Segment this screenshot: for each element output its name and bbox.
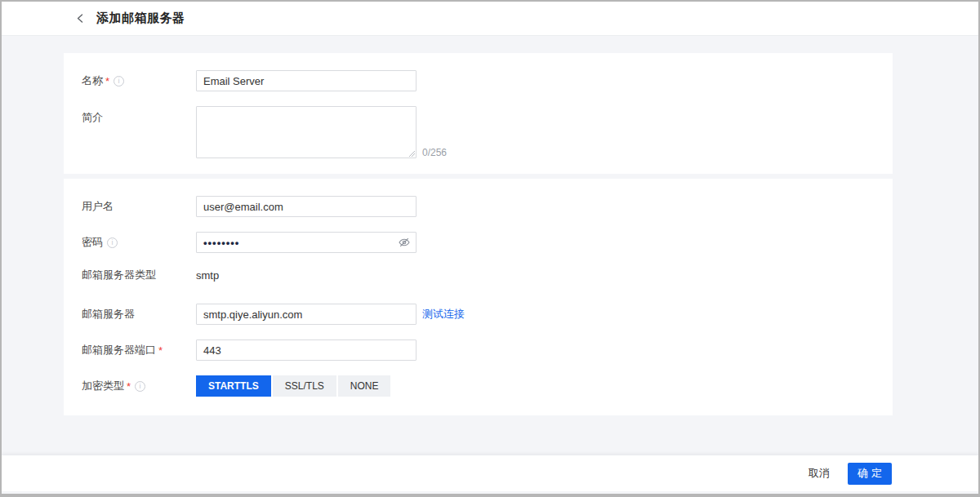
required-mark: * bbox=[105, 75, 109, 87]
encryption-option[interactable]: STARTTLS bbox=[196, 375, 271, 397]
eye-slash-icon bbox=[398, 236, 411, 249]
server-host-field-row: 邮箱服务器 测试连接 bbox=[82, 304, 893, 325]
description-field-row: 简介 0/256 bbox=[82, 106, 893, 158]
password-label: 密码 i bbox=[82, 235, 196, 250]
server-host-label: 邮箱服务器 bbox=[82, 307, 196, 322]
encryption-segmented-control: STARTTLS SSL/TLS NONE bbox=[196, 375, 392, 397]
basic-info-card: 名称 * i 简介 0/256 bbox=[64, 53, 893, 174]
encryption-option[interactable]: NONE bbox=[338, 375, 391, 397]
name-field-row: 名称 * i bbox=[82, 70, 893, 91]
password-input[interactable] bbox=[196, 232, 416, 253]
password-input-wrap bbox=[196, 232, 416, 253]
footer-action-bar: 取消 确定 bbox=[2, 455, 978, 491]
description-textarea[interactable] bbox=[196, 106, 416, 158]
page-header: 添加邮箱服务器 bbox=[2, 2, 978, 36]
confirm-button[interactable]: 确定 bbox=[848, 463, 892, 485]
encryption-option[interactable]: SSL/TLS bbox=[273, 375, 336, 397]
server-port-field-row: 邮箱服务器端口 * bbox=[82, 339, 893, 361]
server-type-label: 邮箱服务器类型 bbox=[82, 268, 196, 282]
info-icon[interactable]: i bbox=[135, 381, 145, 392]
encryption-field-row: 加密类型 * i STARTTLS SSL/TLS NONE bbox=[82, 375, 893, 397]
page-title: 添加邮箱服务器 bbox=[96, 11, 185, 26]
back-button[interactable] bbox=[72, 11, 88, 27]
add-mail-server-page: 添加邮箱服务器 名称 * i 简介 0/256 bbox=[0, 0, 980, 497]
description-textarea-wrap bbox=[196, 106, 416, 158]
server-port-label: 邮箱服务器端口 * bbox=[82, 343, 196, 357]
server-settings-card: 用户名 密码 i 邮箱服务器类型 bbox=[64, 179, 893, 415]
server-type-value: smtp bbox=[196, 269, 219, 282]
description-label: 简介 bbox=[82, 106, 196, 125]
username-label: 用户名 bbox=[82, 199, 196, 214]
name-label: 名称 * i bbox=[82, 73, 196, 88]
server-type-row: 邮箱服务器类型 smtp bbox=[82, 268, 893, 282]
name-input[interactable] bbox=[196, 70, 416, 91]
username-input[interactable] bbox=[196, 196, 416, 217]
server-host-input[interactable] bbox=[196, 304, 416, 325]
info-icon[interactable]: i bbox=[114, 76, 124, 87]
username-field-row: 用户名 bbox=[82, 196, 893, 217]
required-mark: * bbox=[158, 344, 163, 357]
encryption-label: 加密类型 * i bbox=[82, 379, 196, 393]
required-mark: * bbox=[127, 380, 131, 393]
toggle-password-visibility-button[interactable] bbox=[398, 236, 411, 249]
char-counter: 0/256 bbox=[422, 148, 447, 158]
password-field-row: 密码 i bbox=[82, 232, 893, 253]
server-port-input[interactable] bbox=[196, 339, 416, 361]
info-icon[interactable]: i bbox=[107, 237, 118, 248]
test-connection-link[interactable]: 测试连接 bbox=[422, 307, 465, 322]
cancel-button[interactable]: 取消 bbox=[808, 466, 830, 481]
chevron-left-icon bbox=[76, 14, 85, 23]
